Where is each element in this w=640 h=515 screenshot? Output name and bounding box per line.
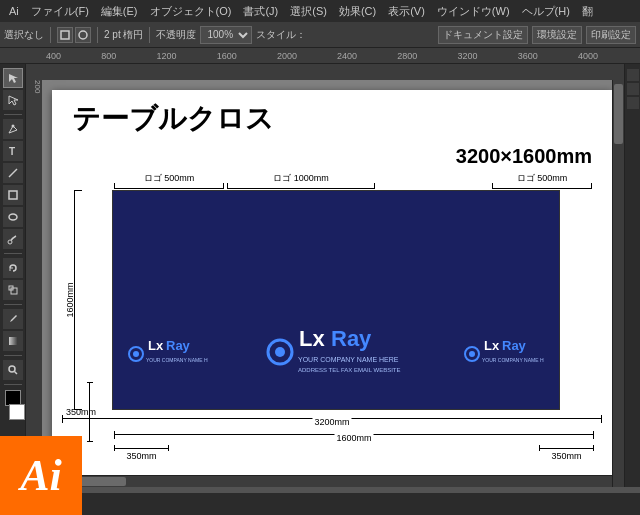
opacity-select[interactable]: 100% xyxy=(200,26,252,44)
bottom-total-width-bracket: 3200mm xyxy=(62,412,602,426)
right-panel xyxy=(624,64,640,487)
menu-window[interactable]: ウインドウ(W) xyxy=(432,2,515,21)
menu-text[interactable]: 書式(J) xyxy=(238,2,283,21)
menu-help[interactable]: ヘルプ(H) xyxy=(517,2,575,21)
tool-rect[interactable] xyxy=(3,185,23,205)
ruler-v-1: 200 xyxy=(33,80,42,98)
document-title: テーブルクロス xyxy=(72,100,274,138)
doc-settings-btn[interactable]: ドキュメント設定 xyxy=(438,26,528,44)
right-tool-2[interactable] xyxy=(627,83,639,95)
tool-gradient[interactable] xyxy=(3,331,23,351)
svg-text:Lx: Lx xyxy=(299,326,325,351)
svg-text:ADDRESS TEL FAX EMAIL WEBSITE: ADDRESS TEL FAX EMAIL WEBSITE xyxy=(298,367,400,373)
svg-line-4 xyxy=(9,169,17,177)
scrollbar-vertical[interactable] xyxy=(612,64,624,487)
svg-point-2 xyxy=(11,125,14,128)
canvas-area[interactable]: 200 400 600 800 1000 1200 1400 テーブルクロス 3… xyxy=(26,64,624,487)
ruler-label-7: 2800 xyxy=(397,51,417,61)
ruler-top xyxy=(42,64,624,80)
svg-point-11 xyxy=(9,366,15,372)
tool-type[interactable]: T xyxy=(3,141,23,161)
svg-text:T: T xyxy=(9,146,15,157)
bottom-width-bracket: 1600mm xyxy=(114,428,594,442)
svg-rect-0 xyxy=(61,31,69,39)
ruler-label-10: 4000 xyxy=(578,51,598,61)
logo-right: Lx Ray YOUR COMPANY NAME HERE xyxy=(459,329,549,379)
menu-view[interactable]: 表示(V) xyxy=(383,2,430,21)
svg-point-6 xyxy=(9,214,17,220)
menu-translate[interactable]: 翻 xyxy=(577,2,598,21)
menu-edit[interactable]: 編集(E) xyxy=(96,2,143,21)
status-bar: 選択 xyxy=(0,493,640,515)
menu-ai[interactable]: Ai xyxy=(4,3,24,19)
bottom-margin-label: 350mm xyxy=(66,407,96,417)
right-margin-label: 350mm xyxy=(551,451,581,461)
left-height-bracket: 1600mm xyxy=(66,190,96,410)
svg-point-14 xyxy=(133,351,139,357)
tool-ellipse[interactable] xyxy=(3,207,23,227)
options-bar: 400 800 1200 1600 2000 2400 2800 3200 36… xyxy=(0,48,640,64)
tool-select[interactable] xyxy=(3,68,23,88)
svg-text:YOUR COMPANY NAME HERE: YOUR COMPANY NAME HERE xyxy=(482,357,544,363)
toolbar: 選択なし 2 pt 楕円 不透明度 100% スタイル： ドキュメント設定 環境… xyxy=(0,22,640,48)
ruler-label-2: 800 xyxy=(101,51,116,61)
logo-label-left: ロゴ 500mm xyxy=(114,172,224,185)
menu-bar: Ai ファイル(F) 編集(E) オブジェクト(O) 書式(J) 選択(S) 効… xyxy=(0,0,640,22)
tool-line[interactable] xyxy=(3,163,23,183)
logo-label-right: ロゴ 500mm xyxy=(492,172,592,185)
svg-text:Lx: Lx xyxy=(148,338,164,353)
tool-direct-select[interactable] xyxy=(3,90,23,110)
tool-rotate[interactable] xyxy=(3,258,23,278)
svg-point-25 xyxy=(469,351,475,357)
svg-point-7 xyxy=(8,240,12,244)
right-tool-3[interactable] xyxy=(627,97,639,109)
ruler-label-3: 1200 xyxy=(156,51,176,61)
toolbar-icon-1[interactable] xyxy=(57,27,73,43)
ruler-label-5: 2000 xyxy=(277,51,297,61)
tool-eyedropper[interactable] xyxy=(3,309,23,329)
logo-center: Lx Ray YOUR COMPANY NAME HERE ADDRESS TE… xyxy=(261,319,411,389)
stroke-color[interactable] xyxy=(9,404,25,420)
height-label: 1600mm xyxy=(65,282,75,317)
ai-logo-text: Ai xyxy=(20,450,62,501)
menu-select[interactable]: 選択(S) xyxy=(285,2,332,21)
tool-pen[interactable] xyxy=(3,119,23,139)
ruler-label-1: 400 xyxy=(46,51,61,61)
toolbar-icon-2[interactable] xyxy=(75,27,91,43)
tool-brush[interactable] xyxy=(3,229,23,249)
menu-effect[interactable]: 効果(C) xyxy=(334,2,381,21)
svg-text:Ray: Ray xyxy=(331,326,372,351)
menu-file[interactable]: ファイル(F) xyxy=(26,2,94,21)
svg-text:YOUR COMPANY NAME HERE: YOUR COMPANY NAME HERE xyxy=(298,356,399,363)
svg-text:Ray: Ray xyxy=(166,338,191,353)
svg-rect-5 xyxy=(9,191,17,199)
scrollbar-horizontal[interactable] xyxy=(26,475,612,487)
left-margin-label: 350mm xyxy=(126,451,156,461)
main-area: T xyxy=(0,64,640,487)
ruler-left: 200 400 600 800 1000 1200 1400 xyxy=(26,64,42,487)
ruler-label-8: 3200 xyxy=(458,51,478,61)
tool-scale[interactable] xyxy=(3,280,23,300)
right-tool-1[interactable] xyxy=(627,69,639,81)
document-size-label: 3200×1600mm xyxy=(456,145,592,168)
blue-rectangle: Lx Ray YOUR COMPANY NAME HERE Lx Ray YOU… xyxy=(112,190,560,410)
no-selection-label: 選択なし xyxy=(4,28,44,42)
menu-object[interactable]: オブジェクト(O) xyxy=(145,2,237,21)
ai-logo: Ai xyxy=(0,436,82,515)
style-label: スタイル： xyxy=(256,28,306,42)
toolbox: T xyxy=(0,64,26,487)
svg-text:YOUR COMPANY NAME HERE: YOUR COMPANY NAME HERE xyxy=(146,357,208,363)
svg-rect-10 xyxy=(9,337,17,345)
print-settings-btn[interactable]: 印刷設定 xyxy=(586,26,636,44)
total-width-label: 3200mm xyxy=(312,417,351,427)
stroke-label: 2 pt 楕円 xyxy=(104,28,143,42)
tool-zoom[interactable] xyxy=(3,360,23,380)
svg-point-1 xyxy=(79,31,87,39)
logo-label-center: ロゴ 1000mm xyxy=(227,172,375,185)
inner-width-label: 1600mm xyxy=(334,433,373,443)
ruler-label-4: 1600 xyxy=(217,51,237,61)
svg-text:Ray: Ray xyxy=(502,338,527,353)
bottom-left-margin-bracket: 350mm xyxy=(114,440,169,460)
env-settings-btn[interactable]: 環境設定 xyxy=(532,26,582,44)
opacity-label: 不透明度 xyxy=(156,28,196,42)
